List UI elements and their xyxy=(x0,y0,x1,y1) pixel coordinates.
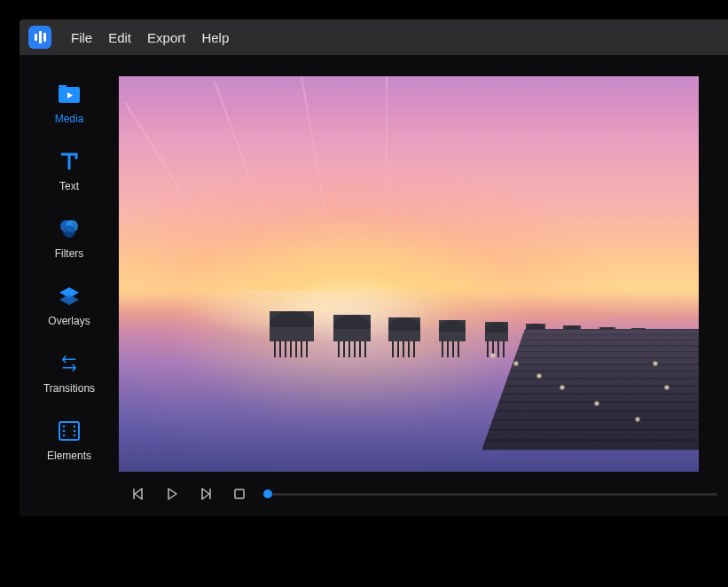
menu-export[interactable]: Export xyxy=(147,30,185,45)
sidebar-item-label: Filters xyxy=(55,247,84,260)
svg-rect-11 xyxy=(235,489,244,498)
sidebar-item-label: Elements xyxy=(47,450,91,462)
app-logo-icon[interactable] xyxy=(28,26,51,49)
sidebar-item-filters[interactable]: Filters xyxy=(29,207,109,270)
sidebar-item-text[interactable]: Text xyxy=(29,140,109,202)
sidebar-item-label: Media xyxy=(55,113,84,125)
prev-frame-button[interactable] xyxy=(129,485,147,503)
menu-edit[interactable]: Edit xyxy=(108,30,131,45)
menu-help[interactable]: Help xyxy=(201,30,229,45)
menu-bar: File Edit Export Help xyxy=(20,20,728,55)
progress-thumb[interactable] xyxy=(263,489,272,498)
svg-point-8 xyxy=(74,426,76,428)
progress-slider[interactable] xyxy=(268,493,717,496)
play-button[interactable] xyxy=(163,485,181,503)
svg-point-7 xyxy=(63,434,66,437)
sidebar-item-label: Text xyxy=(59,180,79,192)
svg-point-9 xyxy=(74,430,76,433)
sidebar-item-label: Transitions xyxy=(43,382,95,395)
main-area xyxy=(119,55,728,516)
text-icon xyxy=(58,150,81,173)
svg-point-10 xyxy=(74,434,76,437)
sidebar-item-media[interactable]: Media xyxy=(29,73,109,135)
overlays-icon xyxy=(58,285,81,308)
svg-point-6 xyxy=(63,430,66,433)
filters-icon xyxy=(58,217,81,240)
svg-point-3 xyxy=(63,225,75,238)
sidebar: Media Text Filters xyxy=(20,55,119,516)
stop-button[interactable] xyxy=(231,485,248,503)
folder-play-icon xyxy=(58,82,81,106)
transport-bar xyxy=(119,472,728,516)
menu-file[interactable]: File xyxy=(71,30,92,45)
sidebar-item-transitions[interactable]: Transitions xyxy=(29,342,109,404)
next-frame-button[interactable] xyxy=(197,485,215,503)
svg-point-5 xyxy=(63,426,66,428)
svg-rect-4 xyxy=(59,422,79,440)
elements-icon xyxy=(58,419,81,442)
preview-viewport[interactable] xyxy=(119,76,699,472)
sidebar-item-elements[interactable]: Elements xyxy=(29,410,109,472)
sidebar-item-overlays[interactable]: Overlays xyxy=(29,275,109,337)
sidebar-item-label: Overlays xyxy=(48,315,90,327)
app-window: File Edit Export Help Media xyxy=(20,20,728,516)
transitions-icon xyxy=(58,352,81,375)
